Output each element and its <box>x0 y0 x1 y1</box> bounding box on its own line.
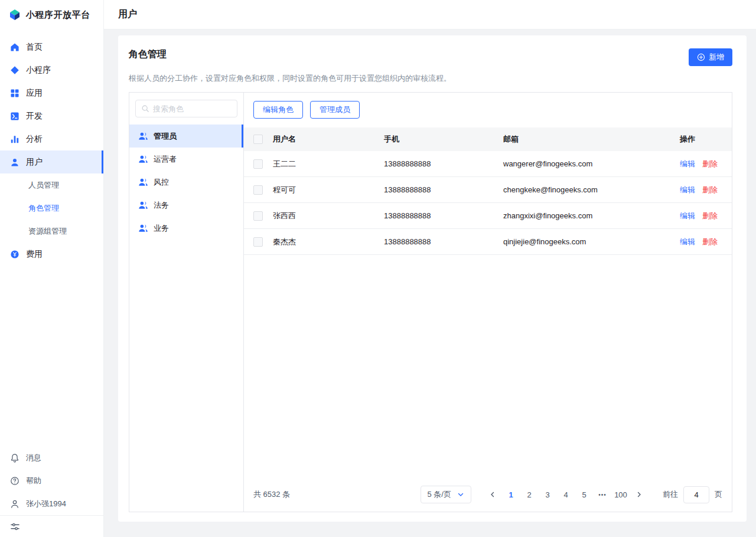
sidebar-footer <box>0 515 103 537</box>
sidebar-item-miniprogram[interactable]: 小程序 <box>0 58 103 81</box>
search-box <box>135 100 237 117</box>
card-subtitle: 根据人员的分工协作，设置对应角色和权限，同时设置的角色可用于设置您组织内的审核流… <box>129 73 732 84</box>
logo-icon <box>8 8 22 22</box>
edit-link[interactable]: 编辑 <box>680 211 695 221</box>
sidebar-subitem-staff-management[interactable]: 人员管理 <box>0 173 103 197</box>
sidebar-item-label: 费用 <box>26 249 43 260</box>
row-checkbox[interactable] <box>253 159 263 169</box>
role-item-business[interactable]: 业务 <box>129 217 243 240</box>
bar-chart-icon <box>10 135 19 144</box>
diamond-icon <box>10 66 19 75</box>
role-item-label: 运营者 <box>154 154 177 165</box>
main-content: 角色管理 新增 根据人员的分工协作，设置对应角色和权限，同时设置的角色可用于设置… <box>104 30 756 537</box>
goto-suffix: 页 <box>715 489 722 500</box>
delete-link[interactable]: 删除 <box>702 211 718 221</box>
role-item-risk-control[interactable]: 风控 <box>129 171 243 194</box>
people-icon <box>138 223 148 233</box>
pager: 5 条/页 1 2 3 4 5 ••• <box>421 486 722 503</box>
column-header-username: 用户名 <box>273 134 384 145</box>
chevron-down-icon <box>457 491 464 498</box>
table-header-row: 用户名 手机 邮箱 操作 <box>244 127 732 151</box>
sidebar-subitem-resource-group[interactable]: 资源组管理 <box>0 220 103 243</box>
role-list: 管理员 运营者 风控 <box>129 125 243 240</box>
next-page-button[interactable] <box>631 486 647 503</box>
goto-page: 前往 页 <box>663 486 722 503</box>
bell-icon <box>10 453 19 463</box>
role-panel-container: 管理员 运营者 风控 <box>129 92 732 512</box>
person-outline-icon <box>10 499 19 509</box>
user-icon <box>10 158 19 167</box>
role-item-label: 风控 <box>154 177 169 188</box>
sidebar-item-messages[interactable]: 消息 <box>0 446 103 469</box>
page-number[interactable]: 1 <box>503 486 519 503</box>
cell-email: zhangxixi@finogeeks.com <box>503 211 680 220</box>
role-list-panel: 管理员 运营者 风控 <box>129 93 244 512</box>
goto-page-input[interactable] <box>683 486 709 503</box>
delete-link[interactable]: 删除 <box>702 159 718 169</box>
cell-username: 王二二 <box>273 159 384 169</box>
select-all-checkbox[interactable] <box>253 135 263 144</box>
sidebar-item-dev[interactable]: 开发 <box>0 104 103 127</box>
people-icon <box>138 200 148 210</box>
sidebar-item-help[interactable]: 帮助 <box>0 469 103 492</box>
search-icon <box>141 104 149 113</box>
column-header-actions: 操作 <box>680 134 722 145</box>
cell-phone: 13888888888 <box>384 237 503 246</box>
cell-username: 程可可 <box>273 185 384 195</box>
sidebar-subitem-role-management[interactable]: 角色管理 <box>0 197 103 220</box>
page-size-select[interactable]: 5 条/页 <box>421 486 471 503</box>
sidebar-item-label: 首页 <box>26 42 43 53</box>
total-count: 共 6532 条 <box>253 489 290 500</box>
page-number-last[interactable]: 100 <box>613 486 628 503</box>
cell-username: 秦杰杰 <box>273 237 384 247</box>
table-empty-space <box>244 255 732 477</box>
add-button[interactable]: 新增 <box>689 48 732 66</box>
page-number[interactable]: 3 <box>540 486 555 503</box>
sidebar-item-apps[interactable]: 应用 <box>0 81 103 104</box>
role-item-operator[interactable]: 运营者 <box>129 148 243 171</box>
plus-circle-icon <box>697 53 705 61</box>
logo: 小程序开放平台 <box>0 0 103 30</box>
role-item-label: 业务 <box>154 223 169 234</box>
people-icon <box>138 131 148 141</box>
prev-page-button[interactable] <box>485 486 500 503</box>
people-icon <box>138 177 148 187</box>
sidebar-item-account[interactable]: 张小强1994 <box>0 492 103 515</box>
row-checkbox[interactable] <box>253 185 263 195</box>
page-number[interactable]: 4 <box>558 486 573 503</box>
edit-link[interactable]: 编辑 <box>680 159 695 169</box>
page-title: 用户 <box>118 8 137 21</box>
collapse-sidebar-icon[interactable] <box>10 522 20 532</box>
row-checkbox[interactable] <box>253 211 263 221</box>
role-item-label: 法务 <box>154 200 169 211</box>
page-number[interactable]: 5 <box>576 486 592 503</box>
sidebar-item-home[interactable]: 首页 <box>0 35 103 58</box>
column-header-email: 邮箱 <box>503 134 680 145</box>
edit-link[interactable]: 编辑 <box>680 185 695 195</box>
sidebar-subitem-label: 角色管理 <box>28 203 59 214</box>
sidebar-subitem-label: 人员管理 <box>28 180 59 191</box>
sidebar-item-analytics[interactable]: 分析 <box>0 127 103 150</box>
pagination-ellipsis[interactable]: ••• <box>595 492 610 498</box>
grid-icon <box>10 89 19 98</box>
page-header: 用户 <box>104 0 756 30</box>
delete-link[interactable]: 删除 <box>702 185 718 195</box>
role-item-admin[interactable]: 管理员 <box>129 125 243 148</box>
role-item-legal[interactable]: 法务 <box>129 194 243 217</box>
sidebar-item-users[interactable]: 用户 <box>0 150 103 173</box>
sidebar-nav: 首页 小程序 应用 开发 分析 <box>0 30 103 446</box>
search-role-input[interactable] <box>153 104 232 113</box>
table-toolbar: 编辑角色 管理成员 <box>244 93 732 127</box>
edit-role-button[interactable]: 编辑角色 <box>253 101 303 119</box>
column-header-phone: 手机 <box>384 134 503 145</box>
members-table-panel: 编辑角色 管理成员 用户名 手机 邮箱 操作 王二二 13888888888 w… <box>244 93 732 512</box>
sidebar-bottom: 消息 帮助 张小强1994 <box>0 446 103 537</box>
sidebar-item-label: 用户 <box>26 157 43 168</box>
edit-link[interactable]: 编辑 <box>680 237 695 247</box>
row-checkbox[interactable] <box>253 237 263 247</box>
sidebar-item-label: 帮助 <box>26 476 41 486</box>
delete-link[interactable]: 删除 <box>702 237 718 247</box>
manage-members-button[interactable]: 管理成员 <box>310 101 360 119</box>
sidebar-item-billing[interactable]: 费用 <box>0 243 103 266</box>
page-number[interactable]: 2 <box>522 486 537 503</box>
